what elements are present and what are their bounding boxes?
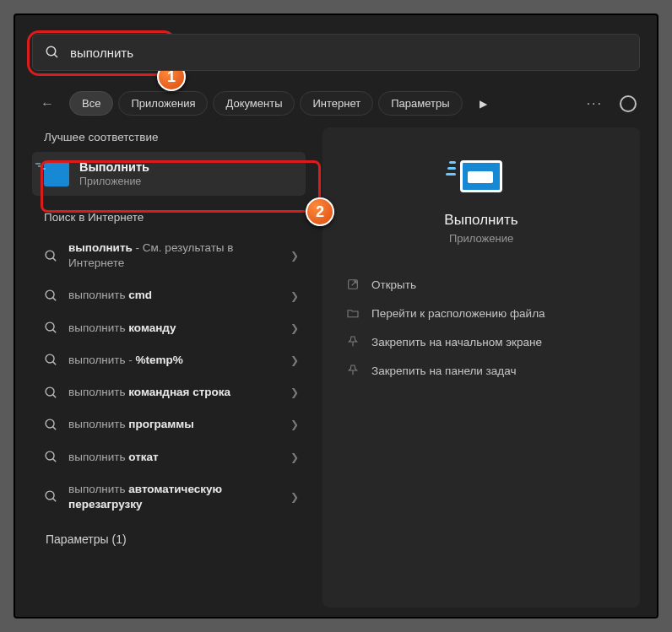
chevron-right-icon: ❯ [290,451,299,463]
details-action-перейти[interactable]: Перейти к расположению файла [341,299,621,327]
web-result-text: выполнить программы [68,417,280,432]
pin-icon [346,364,360,377]
web-result-text: выполнить командная строка [68,385,280,400]
web-result-text: выполнить cmd [68,288,280,303]
web-result-item[interactable]: выполнить - %temp%❯ [32,344,307,376]
action-label: Перейти к расположению файла [371,307,545,320]
search-bar[interactable] [32,34,640,71]
best-match-heading: Лучшее соответствие [44,131,312,143]
web-result-text: выполнить - %temp% [68,353,280,368]
content-area: Лучшее соответствие Выполнить Приложение… [15,127,657,618]
best-match-title: Выполнить [79,160,149,174]
web-result-item[interactable]: выполнить команду❯ [32,312,307,344]
best-match-subtitle: Приложение [79,176,149,187]
web-result-text: выполнить откат [68,450,280,465]
tab-apps[interactable]: Приложения [118,91,208,116]
chevron-right-icon: ❯ [290,290,299,302]
svg-point-12 [46,419,54,428]
details-action-закрепить[interactable]: Закрепить на панели задач [341,356,621,385]
svg-point-8 [46,355,54,364]
web-results-list: выполнить - См. результаты в Интернете❯в… [32,232,312,521]
svg-line-11 [53,394,57,397]
search-input[interactable] [70,46,627,60]
details-card: Выполнить Приложение ОткрытьПерейти к ра… [322,127,640,608]
svg-point-16 [46,492,54,500]
tab-all[interactable]: Все [69,91,113,116]
pin-icon [346,335,360,348]
run-app-icon [44,161,69,186]
details-column: Выполнить Приложение ОткрытьПерейти к ра… [312,127,657,618]
chevron-right-icon: ❯ [290,419,299,430]
settings-section[interactable]: Параметры (1) [32,521,312,558]
svg-point-0 [46,46,56,56]
chevron-right-icon: ❯ [290,354,299,366]
account-icon[interactable] [620,95,637,112]
svg-line-13 [53,427,57,430]
svg-line-17 [53,499,57,502]
details-action-открыть[interactable]: Открыть [341,270,621,299]
search-icon [44,489,58,504]
web-result-text: выполнить - См. результаты в Интернете [68,240,280,271]
search-icon [44,289,58,303]
search-icon [44,249,58,263]
web-result-item[interactable]: выполнить программы❯ [32,408,307,440]
search-window: 1 ← Все Приложения Документы Интернет Па… [14,14,658,618]
chevron-right-icon: ❯ [290,491,299,503]
more-filters-button[interactable]: ▶ [473,95,494,113]
action-label: Закрепить на панели задач [371,365,516,377]
svg-point-14 [46,451,54,460]
results-column: Лучшее соответствие Выполнить Приложение… [15,127,312,618]
details-title: Выполнить [341,212,621,229]
svg-line-5 [53,298,57,301]
svg-line-1 [54,54,57,57]
tab-documents[interactable]: Документы [213,91,295,116]
svg-point-10 [46,387,54,396]
back-button[interactable]: ← [35,96,59,111]
svg-point-6 [46,322,54,331]
svg-line-7 [53,330,57,333]
search-icon [44,321,58,335]
open-icon [346,278,360,291]
chevron-right-icon: ❯ [290,322,299,334]
details-subtitle: Приложение [341,232,621,245]
overflow-menu-button[interactable]: ··· [587,96,603,111]
web-result-item[interactable]: выполнить - См. результаты в Интернете❯ [32,232,307,279]
filter-tabs: ← Все Приложения Документы Интернет Пара… [15,78,657,127]
chevron-right-icon: ❯ [290,386,299,398]
run-app-icon-large [458,153,505,200]
svg-line-9 [53,362,57,365]
search-icon [44,386,58,400]
web-result-text: выполнить автоматическую перезагрузку [68,482,280,512]
chevron-right-icon: ❯ [290,250,299,262]
folder-icon [346,306,360,320]
web-result-item[interactable]: выполнить командная строка❯ [32,376,307,408]
svg-point-2 [46,251,54,259]
search-bar-container [32,34,640,71]
web-result-item[interactable]: выполнить откат❯ [32,441,307,473]
tab-settings[interactable]: Параметры [378,91,462,116]
svg-point-4 [46,290,54,299]
search-icon [44,418,58,432]
web-result-text: выполнить команду [68,321,280,336]
search-icon [44,353,58,367]
web-result-item[interactable]: выполнить автоматическую перезагрузку❯ [32,473,307,521]
action-label: Открыть [371,278,416,291]
svg-line-15 [53,459,57,462]
details-actions: ОткрытьПерейти к расположению файлаЗакре… [341,270,621,385]
action-label: Закрепить на начальном экране [371,336,542,348]
search-icon [45,45,60,60]
web-result-item[interactable]: выполнить cmd❯ [32,279,307,311]
svg-line-3 [53,257,57,261]
tab-internet[interactable]: Интернет [300,91,373,116]
details-action-закрепить[interactable]: Закрепить на начальном экране [341,327,621,356]
best-match-result[interactable]: Выполнить Приложение [32,152,306,196]
search-icon [44,450,58,464]
web-search-heading: Поиск в Интернете [44,211,312,224]
